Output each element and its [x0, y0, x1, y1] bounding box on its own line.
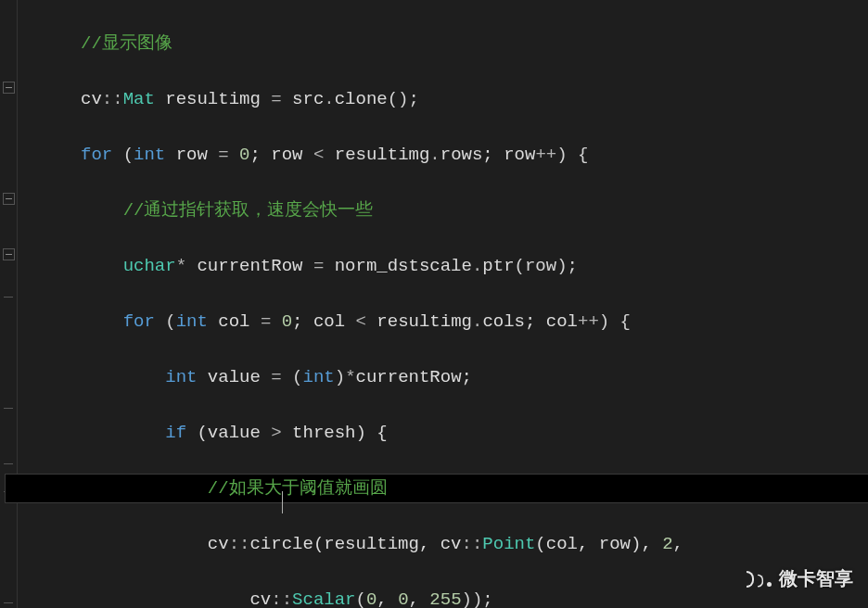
- tok: thresh) {: [282, 423, 388, 443]
- tok: Mat: [123, 89, 155, 109]
- watermark-text: 微卡智享: [779, 566, 853, 591]
- fold-marker[interactable]: [3, 193, 15, 205]
- tok: col: [208, 311, 261, 332]
- tok: (resultimg, cv: [313, 534, 462, 554]
- tok: Point: [482, 534, 535, 554]
- tok: *: [176, 256, 186, 276]
- tok: (col, row),: [535, 534, 662, 554]
- tok: [229, 145, 239, 165]
- tok: >: [271, 423, 281, 443]
- tok: Scalar: [292, 589, 355, 608]
- tok: currentRow: [186, 256, 313, 276]
- fold-guide: [4, 602, 13, 603]
- code-line-active[interactable]: //如果大于阈值就画圆: [6, 475, 868, 502]
- tok: int: [165, 367, 197, 387]
- tok: currentRow;: [356, 367, 472, 387]
- code-line[interactable]: cv::circle(resultimg, cv::Point(col, row…: [17, 530, 868, 558]
- tok: <: [356, 311, 366, 332]
- tok: ptr: [482, 256, 514, 276]
- code-line[interactable]: cv::Scalar(0, 0, 255));: [17, 586, 868, 608]
- tok: ++: [535, 145, 556, 165]
- tok: ; row: [250, 145, 313, 165]
- tok: .: [324, 89, 334, 109]
- wechat-icon: [747, 571, 772, 588]
- tok: for: [81, 145, 112, 165]
- tok: src: [282, 89, 325, 109]
- tok: cv: [208, 534, 229, 554]
- tok: for: [123, 311, 155, 332]
- tok: ));: [462, 589, 493, 608]
- tok: resultimg: [324, 145, 429, 165]
- tok: 2: [662, 534, 672, 554]
- tok: cols; col: [482, 311, 578, 332]
- tok: cv: [81, 89, 102, 109]
- tok: ; col: [292, 311, 355, 332]
- tok: ();: [388, 89, 419, 109]
- code-line[interactable]: //显示图像: [17, 30, 868, 57]
- tok: cv: [249, 589, 271, 608]
- tok: resultimg: [155, 89, 271, 109]
- tok: (: [112, 145, 134, 165]
- tok: (: [282, 367, 303, 387]
- tok: 0: [366, 589, 377, 608]
- code-line[interactable]: cv::Mat resultimg = src.clone();: [17, 85, 868, 113]
- tok: ,: [409, 589, 430, 608]
- tok: (row);: [515, 256, 578, 276]
- fold-guide: [4, 408, 13, 409]
- tok: clone: [335, 89, 388, 109]
- tok: ) {: [599, 311, 631, 332]
- tok: 0: [282, 311, 292, 332]
- comment: 于阈值就画圆: [282, 478, 388, 499]
- tok: uchar: [123, 256, 176, 276]
- tok: circle: [249, 534, 313, 554]
- code-line[interactable]: for (int row = 0; row < resultimg.rows; …: [17, 141, 868, 169]
- tok: int: [134, 145, 165, 165]
- tok: ::: [271, 589, 292, 608]
- fold-guide: [4, 463, 13, 464]
- code-area[interactable]: //显示图像 cv::Mat resultimg = src.clone(); …: [17, 0, 868, 608]
- fold-guide: [4, 297, 13, 298]
- code-line[interactable]: uchar* currentRow = norm_dstscale.ptr(ro…: [17, 252, 868, 280]
- tok: .: [429, 145, 440, 165]
- tok: (: [356, 589, 366, 608]
- comment: //显示图像: [81, 33, 172, 54]
- comment: //如果大: [208, 478, 282, 499]
- tok: 0: [239, 145, 249, 165]
- fold-marker[interactable]: [3, 82, 15, 94]
- code-line[interactable]: int value = (int)*currentRow;: [17, 363, 868, 391]
- tok: =: [271, 367, 281, 387]
- tok: [271, 311, 281, 332]
- tok: 0: [398, 589, 408, 608]
- fold-gutter: [0, 0, 18, 608]
- code-line[interactable]: //通过指针获取，速度会快一些: [17, 196, 868, 224]
- tok: =: [218, 145, 228, 165]
- tok: ,: [377, 589, 398, 608]
- tok: value: [197, 367, 271, 387]
- tok: =: [313, 256, 324, 276]
- code-editor[interactable]: //显示图像 cv::Mat resultimg = src.clone(); …: [0, 0, 868, 608]
- tok: ,: [673, 534, 683, 554]
- tok: .: [472, 256, 482, 276]
- tok: ::: [229, 534, 250, 554]
- tok: =: [271, 89, 281, 109]
- tok: ): [335, 367, 345, 387]
- watermark: 微卡智享: [747, 566, 853, 591]
- tok: .: [472, 311, 482, 332]
- tok: (value: [186, 423, 271, 443]
- tok: *: [345, 367, 355, 387]
- code-line[interactable]: for (int col = 0; col < resultimg.cols; …: [17, 308, 868, 336]
- tok: =: [261, 311, 271, 332]
- fold-marker[interactable]: [3, 248, 15, 260]
- tok: rows; row: [440, 145, 536, 165]
- tok: resultimg: [366, 311, 472, 332]
- code-line[interactable]: if (value > thresh) {: [17, 419, 868, 447]
- tok: if: [165, 423, 186, 443]
- tok: int: [176, 311, 208, 332]
- comment: //通过指针获取，速度会快一些: [123, 200, 374, 221]
- tok: norm_dstscale: [324, 256, 472, 276]
- tok: ::: [102, 89, 123, 109]
- tok: <: [313, 145, 324, 165]
- tok: int: [303, 367, 335, 387]
- tok: 255: [429, 589, 461, 608]
- tok: (: [155, 311, 176, 332]
